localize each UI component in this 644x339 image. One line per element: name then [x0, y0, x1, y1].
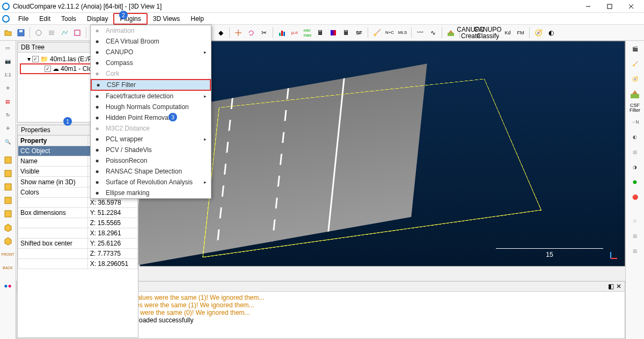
- plugin-item-ransac-shape-detection[interactable]: ●RANSAC Shape Detection: [91, 166, 211, 177]
- tool-save-icon[interactable]: [15, 27, 27, 39]
- menu-file[interactable]: File: [13, 13, 34, 25]
- rtool-hpr-icon[interactable]: ◐: [629, 131, 641, 143]
- tool-fm-icon[interactable]: FM: [515, 27, 526, 39]
- svg-marker-38: [5, 237, 11, 245]
- vtool-front-label-icon[interactable]: FRONT: [2, 248, 14, 260]
- tool-gradient-icon[interactable]: [327, 27, 339, 39]
- tool-rotate-icon[interactable]: [245, 27, 257, 39]
- tool-fit-icon[interactable]: minmax: [302, 27, 313, 39]
- vtool-center-icon[interactable]: ✛: [2, 122, 14, 134]
- vtool-side-icon[interactable]: [2, 181, 14, 193]
- plugin-item-hidden-point-removal[interactable]: ●Hidden Point Removal: [91, 112, 211, 123]
- plugin-item-compass[interactable]: ●Compass: [91, 57, 211, 68]
- console-float-icon[interactable]: ◧: [608, 283, 614, 290]
- svg-rect-33: [5, 170, 11, 177]
- close-button[interactable]: [620, 0, 642, 13]
- prop-key: Shifted box center: [18, 239, 88, 249]
- vtool-back-label-icon[interactable]: BACK: [2, 262, 14, 273]
- plugin-item-hough-normals-computation[interactable]: ●Hough Normals Computation: [91, 102, 211, 112]
- console-close-icon[interactable]: ✕: [616, 283, 621, 290]
- vtool-zoom-icon[interactable]: 🔍: [2, 136, 14, 148]
- menu-3dviews[interactable]: 3D Views: [148, 13, 185, 25]
- rtool-compass-icon[interactable]: 🧭: [629, 73, 641, 85]
- rtool-anim-icon[interactable]: 🎬: [629, 43, 641, 55]
- vtool-rotate-icon[interactable]: ↻: [2, 109, 14, 121]
- rtool-gl-icon[interactable]: ▦: [629, 230, 641, 242]
- plugin-icon: ●: [93, 156, 101, 165]
- plugin-item-cea-virtual-broom[interactable]: ●CEA Virtual Broom: [91, 36, 211, 47]
- tool-scissors-icon[interactable]: ✂: [258, 27, 270, 39]
- plugin-item-ellipse-marking[interactable]: ●Ellipse marking: [91, 187, 211, 198]
- tool-kd-icon[interactable]: Kd: [502, 27, 514, 39]
- plugin-item-facet-fracture-detection[interactable]: ●Facet/fracture detection▸: [91, 91, 211, 102]
- plugin-item-pcl-wrapper[interactable]: ●PCL wrapper▸: [91, 134, 211, 145]
- vtool-auto-icon[interactable]: ▤: [2, 96, 14, 107]
- plugin-icon: ●: [93, 37, 101, 46]
- tool-normal-icon[interactable]: ◆: [215, 27, 226, 39]
- plugin-item-poissonrecon[interactable]: ●PoissonRecon: [91, 155, 211, 166]
- rtool-pcv-icon[interactable]: ◑: [629, 161, 641, 173]
- svg-rect-30: [331, 30, 336, 35]
- rtool-disabled1-icon: ⊘: [629, 215, 641, 227]
- plugin-item-surface-of-revolution-analysis[interactable]: ●Surface of Revolution Analysis▸: [91, 177, 211, 187]
- tool-wave-icon[interactable]: 〰: [414, 27, 426, 39]
- rtool-normal-icon[interactable]: →N: [629, 116, 641, 128]
- 3d-viewport[interactable]: −+ −+ 15: [140, 41, 625, 266]
- prop-key: Colors: [18, 187, 88, 198]
- plugin-item-canupo[interactable]: ●CANUPO▸: [91, 47, 211, 57]
- tool-translate-icon[interactable]: [232, 27, 244, 39]
- vtool-camera-icon[interactable]: 📷: [2, 55, 14, 67]
- menu-display[interactable]: Display: [82, 13, 113, 25]
- plugin-label: Cork: [106, 70, 119, 77]
- tool-csf-icon[interactable]: [445, 27, 457, 39]
- plugin-icon: ●: [93, 59, 101, 67]
- tool-compass-icon[interactable]: 🧭: [532, 27, 544, 39]
- rtool-csf-icon[interactable]: [629, 88, 641, 100]
- tool-open-icon[interactable]: [2, 27, 14, 39]
- rtool-ransac-icon[interactable]: 🔴: [629, 191, 641, 203]
- rtool-poisson-icon[interactable]: ⬢: [629, 176, 641, 188]
- vtool-front-icon[interactable]: [2, 168, 14, 179]
- tool-align-icon[interactable]: [71, 27, 83, 39]
- menu-plugins[interactable]: Plugins: [113, 13, 147, 25]
- tool-trace-icon[interactable]: [58, 27, 70, 39]
- properties-title: Properties: [21, 126, 50, 134]
- menu-tools[interactable]: Tools: [56, 13, 82, 25]
- plugin-item-animation: ●Animation: [91, 25, 211, 36]
- plugin-icon: ●: [93, 113, 101, 122]
- vtool-bottom-icon[interactable]: [2, 208, 14, 220]
- plugin-label: CEA Virtual Broom: [106, 38, 159, 45]
- tool-histogram-icon[interactable]: [276, 27, 288, 39]
- plugin-icon: ●: [93, 103, 101, 111]
- tool-pointlist-icon[interactable]: [46, 27, 57, 39]
- vtool-display-icon[interactable]: ▭: [2, 42, 14, 54]
- tool-nc-icon[interactable]: N+C: [384, 27, 396, 39]
- plugin-label: Compass: [106, 59, 133, 67]
- vtool-back-icon[interactable]: [2, 194, 14, 206]
- tool-calc2-icon[interactable]: 🖩: [340, 27, 352, 39]
- plugin-item-pcv-shadevis[interactable]: ●PCV / ShadeVis: [91, 145, 211, 155]
- tool-mls-icon[interactable]: MLS: [397, 27, 408, 39]
- tool-curve-icon[interactable]: ∿: [427, 27, 439, 39]
- tool-broom-icon[interactable]: 🧹: [371, 27, 383, 39]
- maximize-button[interactable]: [599, 0, 620, 13]
- vtool-iso2-icon[interactable]: [2, 235, 14, 247]
- menu-edit[interactable]: Edit: [34, 13, 56, 25]
- tool-calc-icon[interactable]: 🖩: [314, 27, 326, 39]
- tool-pick-icon[interactable]: [33, 27, 45, 39]
- rtool-ssao-icon[interactable]: ▦: [629, 245, 641, 257]
- vtool-top-icon[interactable]: [2, 154, 14, 166]
- menu-help[interactable]: Help: [185, 13, 209, 25]
- tool-misc-icon[interactable]: ◐: [545, 27, 557, 39]
- minimize-button[interactable]: [577, 0, 599, 13]
- tool-stats-icon[interactable]: μ,σ: [289, 27, 301, 39]
- tool-sf-icon[interactable]: SF: [353, 27, 365, 39]
- vtool-flickr-icon[interactable]: ●●: [2, 280, 14, 292]
- plugin-item-csf-filter[interactable]: ●CSF Filter: [91, 79, 211, 91]
- tool-canupo-classify-icon[interactable]: CANUPOClassify: [480, 27, 496, 39]
- vtool-iso1-icon[interactable]: [2, 221, 14, 233]
- rtool-m3c2-icon[interactable]: ▦: [629, 146, 641, 158]
- vtool-1to1-icon[interactable]: 1:1: [2, 69, 14, 81]
- rtool-broom-icon[interactable]: 🧹: [629, 58, 641, 70]
- vtool-pick-icon[interactable]: ✛: [2, 82, 14, 94]
